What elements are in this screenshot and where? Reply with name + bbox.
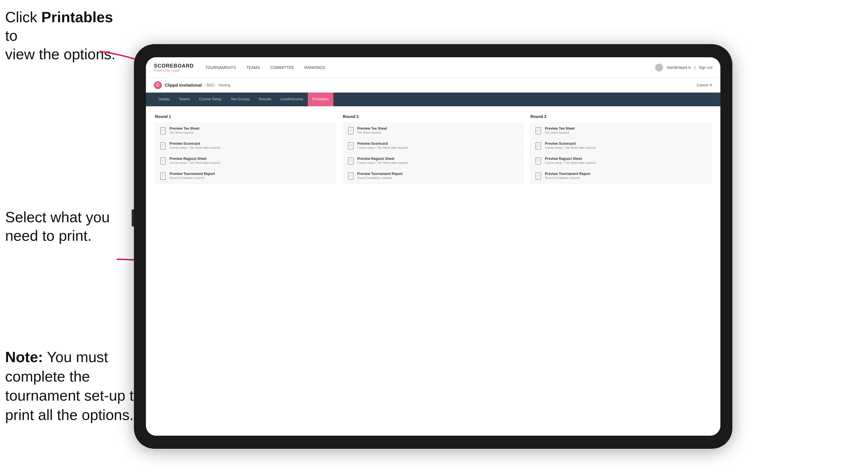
tab-tee-groups[interactable]: Tee Groups — [226, 93, 254, 106]
svg-rect-2 — [160, 127, 165, 134]
round1-tournament-report-text: Preview Tournament Report Round Completi… — [169, 172, 215, 180]
r2-tee-sheet-icon — [348, 127, 354, 134]
round-1-section: Round 1 — [155, 114, 336, 184]
annotation-bottom: Note: You must complete the tournament s… — [5, 348, 142, 425]
top-nav: SCOREBOARD Powered by clippd TOURNAMENTS… — [146, 57, 720, 78]
r3-report-icon — [535, 173, 541, 180]
tee-sheet-icon — [160, 127, 166, 134]
r3-raguzzi-icon — [535, 157, 541, 165]
annotation-mid: Select what you need to print. — [5, 208, 125, 245]
nav-rankings[interactable]: RANKINGS — [304, 64, 325, 71]
cancel-button[interactable]: Cancel ✕ — [697, 83, 712, 87]
rounds-grid: Round 1 — [155, 114, 711, 184]
r2-scorecard-icon — [348, 142, 354, 150]
round-3-title: Round 3 — [530, 114, 711, 119]
round2-tee-sheet[interactable]: Preview Tee Sheet Tee Sheet required — [343, 123, 524, 138]
tab-results[interactable]: Results — [254, 93, 276, 106]
hosting-badge: Hosting — [219, 83, 230, 87]
tournament-report-icon — [160, 173, 166, 180]
svg-rect-42 — [536, 158, 541, 164]
round1-raguzzi-text: Preview Raguzzi Sheet Course setup + Tee… — [169, 157, 220, 164]
round-3-card: Preview Tee Sheet Tee Sheet required Pre… — [530, 123, 711, 184]
svg-rect-10 — [160, 158, 165, 164]
tablet-screen: SCOREBOARD Powered by clippd TOURNAMENTS… — [146, 57, 720, 436]
nav-tournaments[interactable]: TOURNAMENTS — [205, 64, 236, 71]
scorecard-icon — [160, 142, 166, 150]
round3-tournament-report[interactable]: Preview Tournament Report Round Completi… — [531, 168, 711, 183]
tournament-logo: C — [154, 81, 162, 89]
user-avatar — [655, 64, 663, 71]
printables-bold: Printables — [41, 9, 113, 25]
main-content: Round 1 — [146, 106, 720, 436]
round1-scorecard[interactable]: Preview Scorecard Course setup + Tee She… — [155, 138, 336, 153]
user-email: blair@clippd.io — [666, 65, 691, 69]
svg-rect-34 — [536, 127, 541, 134]
tablet-frame: SCOREBOARD Powered by clippd TOURNAMENTS… — [134, 44, 732, 449]
nav-committee[interactable]: COMMITTEE — [270, 64, 294, 71]
logo-title: SCOREBOARD — [154, 63, 194, 69]
round2-scorecard[interactable]: Preview Scorecard Course setup + Tee She… — [343, 138, 524, 153]
sign-out-link[interactable]: Sign out — [699, 65, 712, 69]
tab-teams[interactable]: Teams — [175, 93, 194, 106]
round-2-section: Round 2 Preview Tee Sheet Tee Sheet requ… — [343, 114, 524, 184]
round-1-title: Round 1 — [155, 114, 336, 119]
svg-rect-26 — [348, 158, 353, 164]
round1-raguzzi[interactable]: Preview Raguzzi Sheet Course setup + Tee… — [155, 153, 336, 168]
round-2-card: Preview Tee Sheet Tee Sheet required Pre… — [343, 123, 524, 184]
round3-scorecard[interactable]: Preview Scorecard Course setup + Tee She… — [531, 138, 711, 153]
top-nav-links: TOURNAMENTS TEAMS COMMITTEE RANKINGS — [205, 64, 655, 71]
svg-rect-46 — [536, 173, 541, 180]
tab-printables[interactable]: Printables — [308, 93, 333, 106]
r3-tee-sheet-icon — [535, 127, 541, 134]
app-container: SCOREBOARD Powered by clippd TOURNAMENTS… — [146, 57, 720, 436]
r2-raguzzi-icon — [348, 157, 354, 165]
tournament-bar: C Clippd Invitational Men Hosting Cancel… — [146, 78, 720, 93]
logo-sub: Powered by clippd — [154, 69, 194, 72]
round-3-section: Round 3 Preview Tee Sheet Tee Sheet requ… — [530, 114, 711, 184]
svg-rect-6 — [160, 143, 165, 149]
svg-rect-18 — [348, 127, 353, 134]
sub-nav: Details Teams Course Setup Tee Groups Re… — [146, 93, 720, 106]
top-nav-right: blair@clippd.io | Sign out — [655, 64, 712, 71]
tab-details[interactable]: Details — [154, 93, 175, 106]
gender-badge: Men — [205, 83, 216, 88]
round-1-card: Preview Tee Sheet Tee Sheet required — [155, 123, 336, 184]
round3-raguzzi[interactable]: Preview Raguzzi Sheet Course setup + Tee… — [531, 153, 711, 168]
tab-leaderboards[interactable]: Leaderboards — [276, 93, 308, 106]
round3-tee-sheet[interactable]: Preview Tee Sheet Tee Sheet required — [531, 123, 711, 138]
svg-rect-38 — [536, 143, 541, 149]
round2-tournament-report[interactable]: Preview Tournament Report Round Completi… — [343, 168, 524, 183]
round1-tee-sheet[interactable]: Preview Tee Sheet Tee Sheet required — [155, 123, 336, 138]
round-2-title: Round 2 — [343, 114, 524, 119]
svg-rect-14 — [160, 173, 165, 180]
svg-rect-22 — [348, 143, 353, 149]
r3-scorecard-icon — [535, 142, 541, 150]
r2-report-icon — [348, 173, 354, 180]
round1-scorecard-text: Preview Scorecard Course setup + Tee She… — [169, 142, 220, 149]
round2-raguzzi[interactable]: Preview Raguzzi Sheet Course setup + Tee… — [343, 153, 524, 168]
tablet-side-button — [132, 210, 134, 226]
tab-course-setup[interactable]: Course Setup — [194, 93, 226, 106]
round1-tournament-report[interactable]: Preview Tournament Report Round Completi… — [155, 168, 336, 183]
note-bold: Note: — [5, 349, 43, 365]
logo-area: SCOREBOARD Powered by clippd — [154, 63, 194, 72]
nav-teams[interactable]: TEAMS — [246, 64, 260, 71]
svg-rect-30 — [348, 173, 353, 180]
raguzzi-icon — [160, 157, 166, 165]
tournament-name: Clippd Invitational — [165, 83, 202, 88]
round1-tee-sheet-text: Preview Tee Sheet Tee Sheet required — [169, 126, 199, 134]
